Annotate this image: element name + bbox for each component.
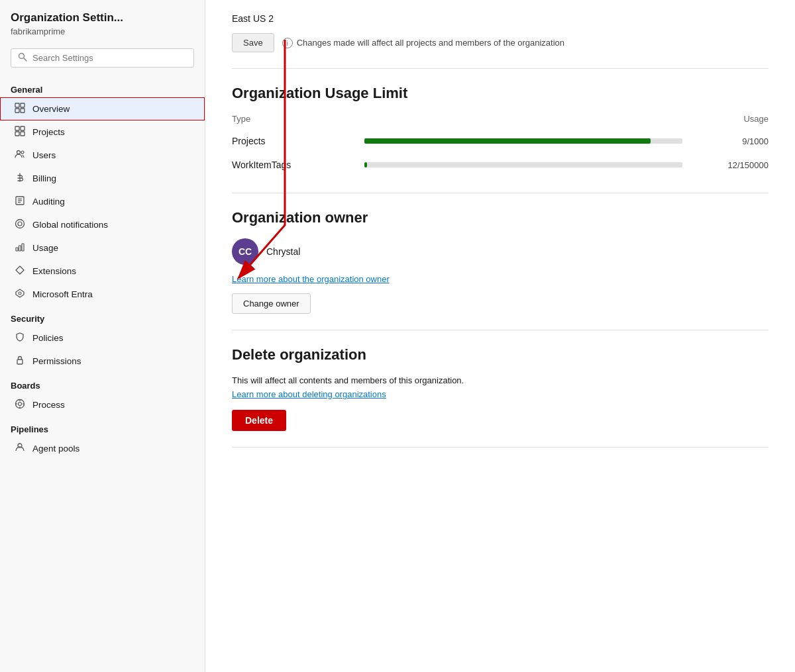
sidebar-item-label: Microsoft Entra bbox=[32, 289, 93, 299]
sidebar-item-overview[interactable]: Overview bbox=[0, 97, 205, 120]
svg-rect-4 bbox=[15, 109, 19, 113]
divider-1 bbox=[232, 68, 768, 69]
sidebar-item-users[interactable]: Users bbox=[0, 144, 205, 167]
owner-row: CC Chrystal bbox=[232, 238, 768, 265]
projects-icon bbox=[14, 126, 26, 138]
progress-bar-fill bbox=[364, 162, 367, 168]
usage-label: 9/1000 bbox=[715, 129, 768, 153]
main-content: East US 2 Save i Changes made will affec… bbox=[205, 0, 795, 672]
divider-3 bbox=[232, 330, 768, 330]
entra-icon bbox=[14, 288, 26, 301]
svg-point-16 bbox=[16, 220, 25, 228]
usage-row: Projects9/1000 bbox=[232, 129, 768, 153]
svg-rect-18 bbox=[16, 248, 18, 251]
sidebar-item-label: Auditing bbox=[32, 197, 65, 207]
org-owner-title: Organization owner bbox=[232, 209, 768, 226]
sidebar-item-label: Overview bbox=[32, 104, 70, 114]
usage-type: WorkItemTags bbox=[232, 153, 351, 177]
usage-limit-title: Organization Usage Limit bbox=[232, 85, 768, 102]
svg-point-17 bbox=[18, 222, 22, 226]
svg-rect-23 bbox=[17, 360, 23, 364]
process-icon bbox=[14, 399, 26, 411]
delete-org-title: Delete organization bbox=[232, 346, 768, 363]
usage-table: Type Usage Projects9/1000WorkItemTags12/… bbox=[232, 114, 768, 177]
search-icon bbox=[18, 52, 27, 64]
sidebar-item-label: Process bbox=[32, 400, 65, 410]
sidebar-item-process[interactable]: Process bbox=[0, 393, 205, 416]
svg-rect-3 bbox=[21, 103, 25, 107]
sidebar-item-label: Permissions bbox=[32, 356, 81, 366]
region-text: East US 2 bbox=[232, 13, 768, 24]
delete-button[interactable]: Delete bbox=[232, 410, 286, 431]
billing-icon bbox=[14, 172, 26, 185]
sidebar-item-label: Users bbox=[32, 150, 56, 160]
sidebar-item-projects[interactable]: Projects bbox=[0, 120, 205, 144]
usage-bar-cell bbox=[351, 153, 715, 177]
usage-type: Projects bbox=[232, 129, 351, 153]
section-label-general: General bbox=[0, 79, 205, 97]
delete-description: This will affect all contents and member… bbox=[232, 375, 768, 385]
section-label-pipelines: Pipelines bbox=[0, 419, 205, 437]
progress-bar bbox=[364, 162, 682, 168]
sidebar-item-permissions[interactable]: Permissions bbox=[0, 350, 205, 373]
info-icon: i bbox=[282, 38, 293, 48]
save-button[interactable]: Save bbox=[232, 33, 274, 52]
save-row: Save i Changes made will affect all proj… bbox=[232, 33, 768, 52]
svg-rect-6 bbox=[15, 126, 19, 130]
usage-bar-cell bbox=[351, 129, 715, 153]
sidebar-item-label: Agent pools bbox=[32, 444, 80, 454]
col-type: Type bbox=[232, 114, 351, 129]
progress-bar-fill bbox=[364, 138, 651, 144]
notifications-icon bbox=[14, 218, 26, 231]
sidebar-item-label: Projects bbox=[32, 127, 65, 137]
progress-bar bbox=[364, 138, 682, 144]
svg-rect-5 bbox=[21, 109, 25, 113]
svg-rect-7 bbox=[21, 126, 25, 130]
col-usage: Usage bbox=[715, 114, 768, 129]
svg-rect-20 bbox=[22, 244, 24, 251]
sidebar-item-label: Billing bbox=[32, 173, 56, 183]
sidebar-title: Organization Settin... bbox=[11, 11, 194, 25]
sidebar-item-policies[interactable]: Policies bbox=[0, 326, 205, 350]
agent-pools-icon bbox=[14, 442, 26, 455]
avatar: CC bbox=[232, 238, 258, 265]
sidebar-item-usage[interactable]: Usage bbox=[0, 236, 205, 260]
svg-rect-2 bbox=[15, 103, 19, 107]
svg-point-11 bbox=[21, 151, 24, 154]
sidebar-search-container[interactable] bbox=[11, 48, 194, 68]
divider-2 bbox=[232, 193, 768, 193]
sidebar-item-label: Extensions bbox=[32, 266, 76, 276]
overview-icon bbox=[14, 103, 26, 115]
svg-rect-9 bbox=[21, 132, 25, 136]
change-owner-button[interactable]: Change owner bbox=[232, 293, 311, 314]
svg-point-10 bbox=[17, 151, 21, 154]
usage-row: WorkItemTags12/150000 bbox=[232, 153, 768, 177]
search-input[interactable] bbox=[32, 53, 187, 63]
extensions-icon bbox=[14, 265, 26, 277]
divider-4 bbox=[232, 447, 768, 448]
svg-marker-21 bbox=[16, 289, 24, 297]
learn-more-delete-link[interactable]: Learn more about deleting organizations bbox=[232, 389, 768, 399]
permissions-icon bbox=[14, 355, 26, 367]
sidebar-subtitle: fabrikamprime bbox=[11, 26, 194, 36]
sidebar-item-billing[interactable]: Billing bbox=[0, 167, 205, 190]
sidebar-item-label: Global notifications bbox=[32, 220, 108, 230]
section-label-security: Security bbox=[0, 309, 205, 326]
sidebar-item-global-notifications[interactable]: Global notifications bbox=[0, 213, 205, 236]
svg-rect-8 bbox=[15, 132, 19, 136]
section-label-boards: Boards bbox=[0, 375, 205, 393]
col-usage-spacer bbox=[351, 114, 715, 129]
usage-icon bbox=[14, 242, 26, 254]
sidebar-item-label: Policies bbox=[32, 333, 64, 343]
sidebar: Organization Settin... fabrikamprime Gen… bbox=[0, 0, 205, 672]
sidebar-item-agent-pools[interactable]: Agent pools bbox=[0, 437, 205, 460]
save-info-text: Changes made will affect all projects an… bbox=[297, 38, 564, 48]
sidebar-item-auditing[interactable]: Auditing bbox=[0, 190, 205, 213]
svg-point-25 bbox=[19, 403, 22, 406]
sidebar-item-label: Usage bbox=[32, 243, 58, 253]
users-icon bbox=[14, 149, 26, 162]
owner-name: Chrystal bbox=[266, 246, 300, 257]
sidebar-item-microsoft-entra[interactable]: Microsoft Entra bbox=[0, 283, 205, 306]
learn-more-owner-link[interactable]: Learn more about the organization owner bbox=[232, 274, 768, 284]
sidebar-item-extensions[interactable]: Extensions bbox=[0, 260, 205, 283]
